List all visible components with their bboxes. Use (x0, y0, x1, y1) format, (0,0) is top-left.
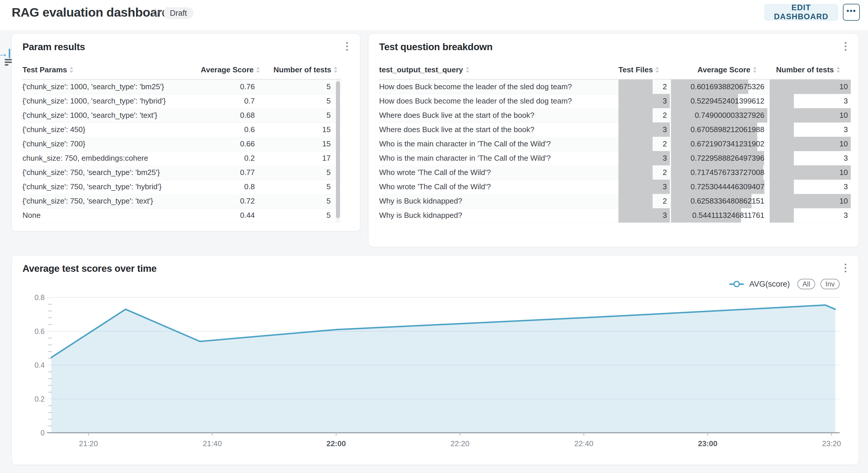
cell-number-of-tests: 10 (770, 137, 851, 151)
cell-value: 10 (839, 108, 848, 123)
table-row[interactable]: Where does Buck live at the start of the… (379, 108, 840, 123)
cell-number-of-tests: 5 (285, 79, 331, 94)
table-row[interactable]: {'chunk_size': 450}0.615 (23, 123, 341, 137)
cell-average-score: 0.8 (209, 180, 255, 194)
cell-value: 0.6258336480862151 (690, 194, 765, 208)
cell-number-of-tests: 3 (770, 94, 851, 108)
column-header-label: Number of tests (776, 65, 834, 74)
cell-test-files: 2 (618, 165, 670, 180)
scores-line-chart[interactable]: 00.20.40.60.821:2021:4022:0022:2022:4023… (12, 256, 858, 465)
value-bar (770, 79, 851, 94)
x-axis-label: 23:20 (822, 439, 841, 448)
column-header-number-of-tests[interactable]: Number of tests (263, 65, 338, 74)
table-row[interactable]: How does Buck become the leader of the s… (379, 79, 840, 94)
column-header-average-score[interactable]: Average Score (681, 65, 757, 74)
cell-value: 2 (663, 79, 667, 94)
y-axis-label: 0.4 (34, 361, 45, 369)
kebab-menu-icon[interactable] (843, 42, 848, 54)
value-bar (770, 108, 851, 123)
value-bar (618, 180, 670, 194)
cell-test-files: 2 (618, 194, 670, 208)
cell-value: 0.6016938820675326 (690, 79, 765, 94)
table-row[interactable]: Who wrote 'The Call of the Wild'?30.7253… (379, 180, 840, 194)
kebab-menu-icon[interactable] (344, 42, 350, 54)
x-axis-label: 22:20 (451, 439, 469, 448)
value-bar (618, 79, 653, 94)
column-header-label: Average Score (201, 65, 254, 74)
table-row[interactable]: chunk_size: 750, embeddings:cohere0.217 (23, 151, 341, 166)
cell-value: 0.6705898212061988 (690, 123, 765, 137)
cell-number-of-tests: 3 (770, 180, 851, 194)
value-bar (770, 165, 851, 180)
table-row[interactable]: {'chunk_size': 1000, 'search_type': 'bm2… (23, 79, 341, 94)
cell-query: Why is Buck kidnapped? (379, 194, 601, 208)
sort-icon (70, 67, 73, 73)
cell-query: Who is the main character in 'The Call o… (379, 151, 601, 165)
cell-value: 10 (839, 165, 848, 180)
table-row[interactable]: How does Buck become the leader of the s… (379, 94, 840, 108)
cell-value: 0.6721907341231902 (690, 137, 765, 151)
cell-test-params: {'chunk_size': 1000, 'search_type': 'tex… (23, 108, 204, 123)
table-row[interactable]: Who is the main character in 'The Call o… (379, 151, 840, 166)
cell-average-score: 0.7253044446309407 (671, 180, 767, 194)
cell-number-of-tests: 5 (285, 108, 331, 123)
cell-average-score: 0.5441113246811761 (671, 208, 767, 223)
value-bar (618, 194, 653, 208)
question-breakdown-card: Test question breakdown test_output_test… (368, 34, 859, 247)
column-header-number-of-tests[interactable]: Number of tests (766, 65, 840, 74)
table-row[interactable]: {'chunk_size': 1000, 'search_type': 'tex… (23, 108, 341, 123)
cell-value: 3 (844, 94, 848, 108)
table-row[interactable]: None0.445 (23, 208, 341, 223)
table-row[interactable]: {'chunk_size': 750, 'search_type': 'hybr… (23, 180, 341, 194)
value-bar (770, 208, 794, 223)
value-bar (770, 137, 851, 151)
cell-number-of-tests: 10 (770, 108, 851, 123)
table-row[interactable]: Where does Buck live at the start of the… (379, 123, 840, 137)
column-header-label: Average Score (698, 65, 750, 74)
column-header-label: Test Files (618, 65, 653, 74)
cell-query: How does Buck become the leader of the s… (379, 94, 601, 108)
more-options-button[interactable]: ••• (843, 4, 860, 21)
cell-number-of-tests: 3 (770, 151, 851, 165)
cell-number-of-tests: 5 (285, 180, 331, 194)
sort-icon (466, 67, 470, 73)
column-header-test-files[interactable]: Test Files (593, 65, 659, 74)
table-row[interactable]: Who is the main character in 'The Call o… (379, 137, 840, 151)
cell-average-score: 0.5229452401399612 (671, 94, 767, 108)
edit-dashboard-button[interactable]: EDIT DASHBOARD (764, 4, 838, 21)
cell-value: 0.5229452401399612 (690, 94, 765, 108)
table-row[interactable]: Why is Buck kidnapped?30.544111324681176… (379, 208, 840, 223)
cell-average-score: 0.7229588826497396 (671, 151, 767, 165)
table-row[interactable]: {'chunk_size': 750, 'search_type': 'bm25… (23, 165, 341, 180)
cell-test-files: 3 (618, 94, 670, 108)
scrollbar-thumb[interactable] (336, 81, 340, 218)
table-row[interactable]: Who wrote 'The Call of the Wild'?20.7174… (379, 165, 840, 180)
x-axis-label: 22:40 (575, 439, 593, 448)
cell-value: 0.7253044446309407 (690, 180, 765, 194)
table-row[interactable]: {'chunk_size': 750, 'search_type': 'text… (23, 194, 341, 208)
cell-test-files: 3 (618, 180, 670, 194)
x-axis-label: 21:20 (79, 439, 98, 448)
table-row[interactable]: {'chunk_size': 1000, 'search_type': 'hyb… (23, 94, 341, 108)
cell-number-of-tests: 15 (285, 123, 331, 137)
y-axis-label: 0.8 (34, 293, 45, 302)
column-header-label: Test Params (23, 65, 67, 74)
cell-average-score: 0.749000003327926 (671, 108, 767, 123)
scores-over-time-card: Average test scores over time AVG(score)… (12, 255, 859, 465)
table-row[interactable]: {'chunk_size': 700}0.6615 (23, 137, 341, 151)
cell-value: 2 (663, 194, 667, 208)
table-row[interactable]: Why is Buck kidnapped?20.625833648086215… (379, 194, 840, 208)
cell-test-params: {'chunk_size': 750, 'search_type': 'text… (23, 194, 204, 208)
cell-value: 10 (839, 194, 848, 208)
column-header-label: test_output_test_query (379, 65, 463, 74)
cell-number-of-tests: 10 (770, 79, 851, 94)
x-axis-label: 23:00 (698, 439, 717, 448)
cell-average-score: 0.72 (209, 194, 255, 208)
column-header-query[interactable]: test_output_test_query (379, 65, 531, 74)
favorite-star-icon[interactable]: ☆ (150, 7, 160, 19)
cell-value: 0.749000003327926 (694, 108, 765, 123)
cell-average-score: 0.7174576733727008 (671, 165, 767, 180)
column-header-test-params[interactable]: Test Params (23, 65, 145, 74)
cell-average-score: 0.6 (209, 123, 255, 137)
column-header-average-score[interactable]: Average Score (176, 65, 260, 74)
